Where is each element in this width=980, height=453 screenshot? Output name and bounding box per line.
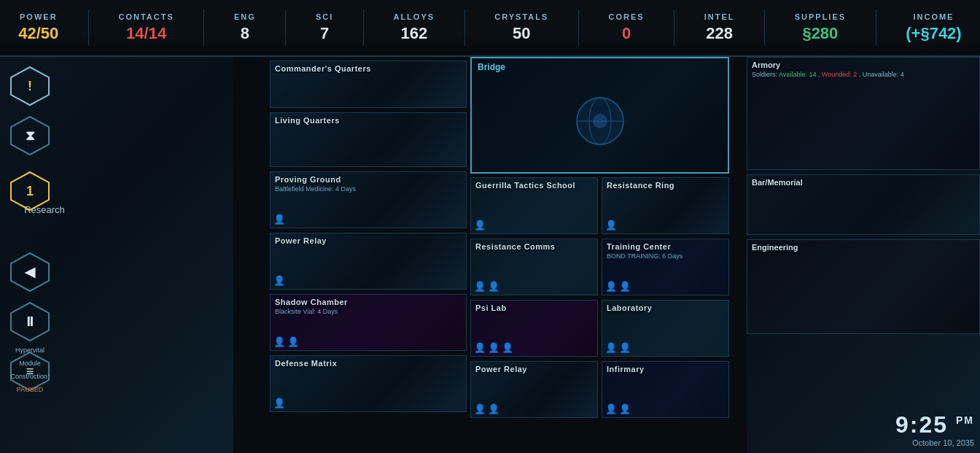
hud-sep-9 (876, 9, 876, 46)
supplies-label: SUPPLIES (795, 12, 846, 21)
person-icon-sc2: 👤 (287, 336, 299, 347)
hud-alloys: ALLOYS 162 (386, 8, 442, 47)
alloys-value: 162 (400, 24, 427, 43)
laboratory-label: Laboratory (607, 303, 652, 312)
person-icon-lab1: 👤 (605, 342, 617, 353)
proving-ground-sublabel: Battlefield Medicine: 4 Days (275, 185, 356, 193)
income-value: (+§742) (906, 24, 961, 43)
power-relay-1-label: Power Relay (275, 236, 327, 245)
clock: 9:25 PM October 10, 2035 (895, 411, 974, 447)
room-infirmary[interactable]: Infirmary 👤 👤 (602, 361, 729, 418)
defense-matrix-label: Defense Matrix (275, 359, 337, 368)
soldiers-sep2: , Unavailable: 4 (859, 71, 904, 78)
room-training-center[interactable]: Training Center BOND TRAINING: 6 Days 👤 … (602, 239, 729, 295)
person-icon-tc1: 👤 (605, 281, 617, 292)
timer-button[interactable]: ⧗ (8, 114, 52, 158)
back-button[interactable]: ◀ (8, 250, 52, 294)
room-psi-lab[interactable]: Psi Lab 👤 👤 👤 (470, 300, 598, 357)
alert-button[interactable]: ! (8, 64, 52, 108)
shadow-chamber-sublabel: Blacksite Vial: 4 Days (275, 308, 338, 315)
status-state: PAUSED (17, 386, 43, 393)
hud-supplies: SUPPLIES §280 (788, 8, 853, 47)
cores-label: CORES (608, 12, 644, 21)
proving-ground-label: Proving Ground (275, 175, 341, 184)
person-icon-pl1: 👤 (474, 342, 486, 353)
soldiers-available: Available: 14 (779, 71, 816, 78)
room-laboratory[interactable]: Laboratory 👤 👤 (602, 300, 729, 357)
person-icon-pl3: 👤 (502, 342, 513, 353)
pause-icon: ⏸ (23, 314, 36, 330)
bridge-label: Bridge (478, 62, 505, 72)
person-icon-sc1: 👤 (273, 336, 285, 347)
room-resistance-comms[interactable]: Resistance Comms 👤 👤 (470, 239, 598, 295)
power-relay-1-icons: 👤 (273, 275, 285, 286)
room-proving-ground[interactable]: Proving Ground Battlefield Medicine: 4 D… (270, 171, 467, 228)
psi-lab-icons: 👤 👤 👤 (474, 342, 513, 353)
person-icon-inf2: 👤 (619, 403, 631, 414)
armory-soldiers: Soldiers: Available: 14 , Wounded: 2 , U… (752, 71, 904, 78)
crystals-label: CRYSTALS (494, 12, 548, 21)
bridge-globe (571, 92, 629, 150)
person-icon-rr: 👤 (605, 220, 617, 231)
eng-value: 8 (241, 24, 249, 43)
shadow-chamber-label: Shadow Chamber (275, 298, 348, 306)
person-icon-inf1: 👤 (605, 403, 617, 414)
hud-sep-4 (363, 9, 364, 46)
income-label: INCOME (913, 12, 954, 21)
contacts-label: CONTACTS (119, 12, 174, 21)
priority-icon: 1 (26, 184, 34, 199)
hud-crystals: CRYSTALS 50 (487, 8, 556, 47)
pause-button[interactable]: ⏸ (8, 300, 52, 344)
room-bridge[interactable]: Bridge (470, 57, 729, 174)
room-living-quarters[interactable]: Living Quarters (270, 112, 467, 167)
hud-contacts: CONTACTS 14/14 (112, 8, 182, 47)
person-icon-pl2: 👤 (488, 342, 499, 353)
hud-sep-5 (464, 9, 465, 46)
cores-value: 0 (622, 24, 631, 43)
power-label: POWER (20, 12, 58, 21)
hud-sci: SCI 7 (308, 8, 341, 47)
power-relay-2-icons: 👤 👤 (474, 403, 499, 414)
resistance-comms-label: Resistance Comms (475, 242, 556, 251)
room-guerrilla-tactics[interactable]: Guerrilla Tactics School 👤 (470, 177, 598, 234)
room-commanders-quarters[interactable]: Commander's Quarters (270, 61, 467, 108)
alert-icon: ! (28, 79, 32, 94)
hud-sep-2 (203, 9, 204, 46)
person-icon-pr2a: 👤 (474, 403, 486, 414)
hud-intel: INTEL 228 (697, 8, 742, 47)
shadow-chamber-icons: 👤 👤 (273, 336, 299, 347)
room-defense-matrix[interactable]: Defense Matrix 👤 (270, 355, 467, 412)
proving-ground-icons: 👤 (273, 214, 285, 225)
intel-value: 228 (706, 24, 733, 43)
room-armory[interactable]: Armory Soldiers: Available: 14 , Wounded… (747, 57, 980, 170)
person-icon-pr2b: 👤 (488, 403, 499, 414)
room-power-relay-1[interactable]: Power Relay 👤 (270, 233, 467, 290)
room-resistance-ring[interactable]: Resistance Ring 👤 (602, 177, 729, 234)
person-icon-tc2: 👤 (619, 281, 631, 292)
training-center-sublabel: BOND TRAINING: 6 Days (607, 252, 682, 260)
person-icon-pr1: 👤 (273, 275, 285, 286)
intel-label: INTEL (704, 12, 735, 21)
resistance-comms-icons: 👤 👤 (474, 281, 499, 292)
alloys-label: ALLOYS (393, 12, 435, 21)
defense-matrix-icons: 👤 (273, 398, 285, 409)
training-center-icons: 👤 👤 (605, 281, 631, 292)
svg-point-10 (593, 114, 607, 128)
living-quarters-label: Living Quarters (275, 116, 340, 125)
room-engineering[interactable]: Engineering (747, 239, 980, 334)
sidebar-left: ! ⧗ 1 Research ◀ (0, 57, 60, 453)
sci-value: 7 (320, 24, 329, 43)
clock-date: October 10, 2035 (895, 438, 974, 447)
room-shadow-chamber[interactable]: Shadow Chamber Blacksite Vial: 4 Days 👤 … (270, 294, 467, 351)
hud-bar: POWER 42/50 CONTACTS 14/14 ENG 8 SCI 7 A… (0, 0, 980, 57)
person-icon-dm1: 👤 (273, 398, 285, 409)
clock-time: 9:25 (895, 411, 948, 438)
sci-label: SCI (316, 12, 333, 21)
laboratory-icons: 👤 👤 (605, 342, 631, 353)
clock-ampm: PM (956, 414, 974, 426)
room-grid: Commander's Quarters Bridge Living Quart… (233, 57, 747, 453)
room-power-relay-2[interactable]: Power Relay 👤 👤 (470, 361, 598, 418)
room-bar-memorial[interactable]: Bar/Memorial (747, 174, 980, 235)
resistance-ring-icons: 👤 (605, 220, 617, 231)
person-icon-rc1: 👤 (474, 281, 486, 292)
